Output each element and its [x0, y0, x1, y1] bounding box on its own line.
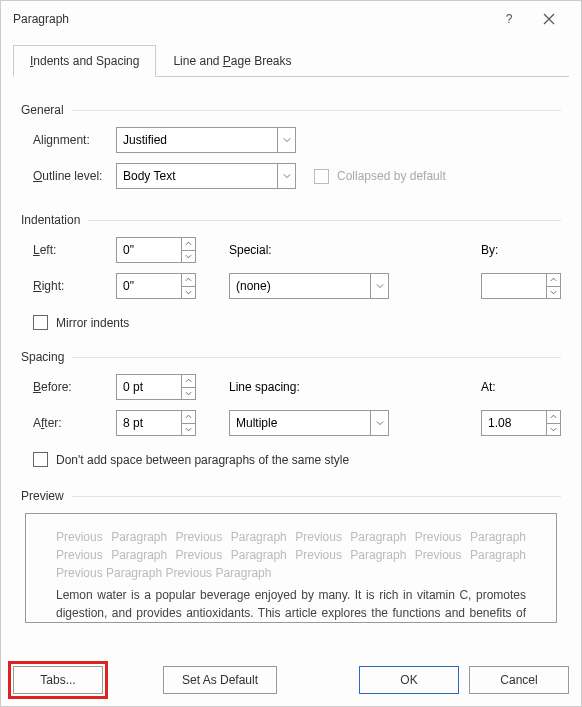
button-label: Cancel [500, 673, 537, 687]
spin-up-icon[interactable] [547, 274, 560, 287]
button-label: OK [400, 673, 417, 687]
left-indent-label: Left: [21, 243, 116, 257]
preview-box: Previous Paragraph Previous Paragraph Pr… [25, 513, 557, 623]
special-combo[interactable] [229, 273, 389, 299]
spin-down-icon[interactable] [547, 424, 560, 436]
outline-level-combo[interactable] [116, 163, 296, 189]
chevron-down-icon[interactable] [277, 164, 295, 188]
line-spacing-combo[interactable] [229, 410, 389, 436]
by-value[interactable] [482, 279, 546, 293]
collapsed-label: Collapsed by default [337, 169, 446, 183]
after-value[interactable] [117, 416, 181, 430]
special-label: Special: [229, 243, 299, 257]
outline-level-label: Outline level: [21, 169, 116, 183]
tab-line-page-breaks[interactable]: Line and Page Breaks [156, 45, 308, 77]
spin-down-icon[interactable] [182, 287, 195, 299]
tab-label: Line and Page Breaks [173, 54, 291, 68]
chevron-down-icon[interactable] [370, 411, 388, 435]
no-space-label: Don't add space between paragraphs of th… [56, 453, 349, 467]
dialog-title: Paragraph [13, 12, 489, 26]
line-spacing-label: Line spacing: [229, 380, 329, 394]
button-label: Set As Default [182, 673, 258, 687]
no-space-checkbox[interactable] [33, 452, 48, 467]
section-indentation: Indentation [21, 213, 561, 227]
set-default-button[interactable]: Set As Default [163, 666, 277, 694]
at-spinner[interactable] [481, 410, 561, 436]
right-indent-spinner[interactable] [116, 273, 196, 299]
by-label: By: [481, 243, 561, 257]
at-value[interactable] [482, 416, 546, 430]
mirror-indents-checkbox[interactable] [33, 315, 48, 330]
section-spacing: Spacing [21, 350, 561, 364]
spin-up-icon[interactable] [182, 238, 195, 251]
section-label: Spacing [21, 350, 64, 364]
spin-down-icon[interactable] [547, 287, 560, 299]
before-value[interactable] [117, 380, 181, 394]
divider [72, 357, 561, 358]
divider [72, 496, 561, 497]
before-spinner[interactable] [116, 374, 196, 400]
right-indent-value[interactable] [117, 279, 181, 293]
section-label: Preview [21, 489, 64, 503]
after-spinner[interactable] [116, 410, 196, 436]
spin-up-icon[interactable] [182, 274, 195, 287]
right-indent-label: Right: [21, 279, 116, 293]
section-label: Indentation [21, 213, 80, 227]
paragraph-dialog: Paragraph ? Indents and Spacing Line and… [0, 0, 582, 707]
dialog-footer: Tabs... Set As Default OK Cancel [1, 654, 581, 706]
preview-previous: Previous Paragraph Previous Paragraph Pr… [56, 528, 526, 582]
at-label: At: [481, 380, 561, 394]
ok-button[interactable]: OK [359, 666, 459, 694]
spin-down-icon[interactable] [182, 388, 195, 400]
spin-down-icon[interactable] [182, 424, 195, 436]
tab-label: Indents and Spacing [30, 54, 139, 68]
chevron-down-icon[interactable] [277, 128, 295, 152]
left-indent-value[interactable] [117, 243, 181, 257]
before-label: Before: [21, 380, 116, 394]
collapsed-checkbox [314, 169, 329, 184]
chevron-down-icon[interactable] [370, 274, 388, 298]
close-icon [543, 13, 555, 25]
spin-down-icon[interactable] [182, 251, 195, 263]
by-spinner[interactable] [481, 273, 561, 299]
preview-sample: Lemon water is a popular beverage enjoye… [56, 586, 526, 623]
spin-up-icon[interactable] [182, 411, 195, 424]
after-label: After: [21, 416, 116, 430]
button-label: Tabs... [40, 673, 75, 687]
tab-content: General Alignment: Outline level: Collap… [13, 76, 569, 654]
tabs-button[interactable]: Tabs... [13, 666, 103, 694]
line-spacing-value[interactable] [230, 416, 370, 430]
alignment-value[interactable] [117, 133, 277, 147]
tab-strip: Indents and Spacing Line and Page Breaks [1, 45, 581, 77]
divider [88, 220, 561, 221]
alignment-combo[interactable] [116, 127, 296, 153]
section-preview: Preview [21, 489, 561, 503]
section-label: General [21, 103, 64, 117]
special-value[interactable] [230, 279, 370, 293]
tab-indents-spacing[interactable]: Indents and Spacing [13, 45, 156, 77]
spin-up-icon[interactable] [547, 411, 560, 424]
spin-up-icon[interactable] [182, 375, 195, 388]
section-general: General [21, 103, 561, 117]
divider [72, 110, 561, 111]
alignment-label: Alignment: [21, 133, 116, 147]
close-button[interactable] [529, 5, 569, 33]
cancel-button[interactable]: Cancel [469, 666, 569, 694]
outline-level-value[interactable] [117, 169, 277, 183]
help-button[interactable]: ? [489, 5, 529, 33]
mirror-indents-label: Mirror indents [56, 316, 129, 330]
left-indent-spinner[interactable] [116, 237, 196, 263]
help-icon: ? [506, 12, 513, 26]
titlebar: Paragraph ? [1, 1, 581, 37]
